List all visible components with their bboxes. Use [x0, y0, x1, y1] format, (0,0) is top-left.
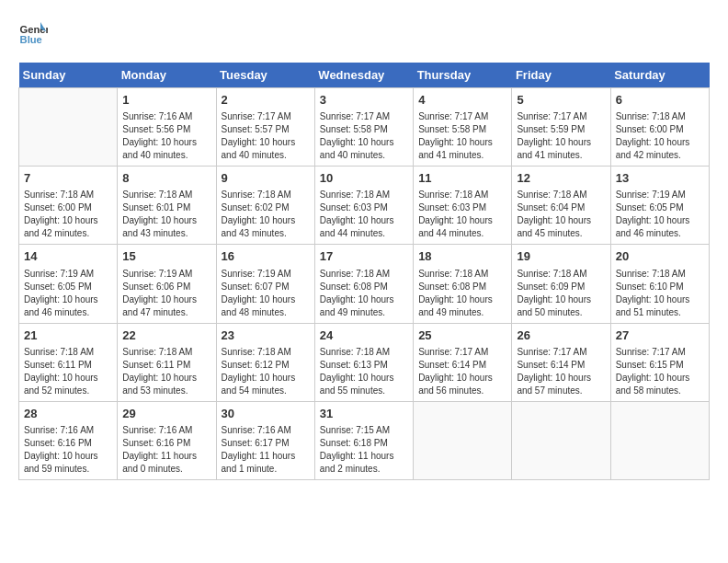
calendar-day-cell: 22Sunrise: 7:18 AM Sunset: 6:11 PM Dayli… [118, 323, 216, 401]
calendar-day-cell: 31Sunrise: 7:15 AM Sunset: 6:18 PM Dayli… [314, 401, 413, 479]
day-number: 5 [517, 92, 605, 109]
calendar-day-cell [414, 401, 512, 479]
day-number: 22 [122, 327, 210, 344]
day-number: 13 [616, 170, 704, 187]
day-number: 31 [320, 406, 408, 422]
calendar-day-cell: 8Sunrise: 7:18 AM Sunset: 6:01 PM Daylig… [118, 167, 216, 245]
day-number: 7 [24, 170, 112, 187]
day-number: 6 [616, 92, 704, 109]
day-info: Sunrise: 7:17 AM Sunset: 6:14 PM Dayligh… [418, 346, 506, 397]
day-info: Sunrise: 7:18 AM Sunset: 6:00 PM Dayligh… [24, 189, 112, 240]
day-number: 27 [616, 327, 704, 344]
calendar-day-cell: 9Sunrise: 7:18 AM Sunset: 6:02 PM Daylig… [216, 167, 314, 245]
calendar-week-row: 1Sunrise: 7:16 AM Sunset: 5:56 PM Daylig… [19, 88, 710, 167]
day-info: Sunrise: 7:18 AM Sunset: 6:13 PM Dayligh… [320, 346, 408, 397]
weekday-header: Wednesday [314, 63, 413, 88]
calendar-day-cell: 11Sunrise: 7:18 AM Sunset: 6:03 PM Dayli… [414, 167, 512, 245]
day-info: Sunrise: 7:16 AM Sunset: 6:17 PM Dayligh… [222, 424, 310, 476]
weekday-header: Thursday [414, 63, 512, 88]
day-info: Sunrise: 7:16 AM Sunset: 6:16 PM Dayligh… [122, 424, 210, 476]
day-number: 20 [616, 248, 704, 265]
day-number: 11 [418, 170, 506, 187]
day-number: 16 [222, 248, 310, 265]
day-info: Sunrise: 7:18 AM Sunset: 6:00 PM Dayligh… [616, 110, 704, 162]
calendar-day-cell: 10Sunrise: 7:18 AM Sunset: 6:03 PM Dayli… [314, 167, 413, 245]
calendar-day-cell: 25Sunrise: 7:17 AM Sunset: 6:14 PM Dayli… [414, 323, 512, 401]
day-info: Sunrise: 7:19 AM Sunset: 6:05 PM Dayligh… [24, 268, 112, 319]
calendar-day-cell [19, 88, 118, 167]
day-info: Sunrise: 7:18 AM Sunset: 6:01 PM Dayligh… [122, 189, 210, 240]
weekday-header: Sunday [19, 63, 118, 88]
calendar-header-row: SundayMondayTuesdayWednesdayThursdayFrid… [19, 63, 710, 88]
day-info: Sunrise: 7:19 AM Sunset: 6:06 PM Dayligh… [122, 268, 210, 319]
calendar-day-cell [610, 401, 709, 479]
weekday-header: Friday [512, 63, 610, 88]
calendar-day-cell: 30Sunrise: 7:16 AM Sunset: 6:17 PM Dayli… [216, 401, 314, 479]
day-info: Sunrise: 7:16 AM Sunset: 6:16 PM Dayligh… [24, 424, 112, 476]
day-info: Sunrise: 7:15 AM Sunset: 6:18 PM Dayligh… [320, 424, 408, 476]
day-number: 28 [24, 406, 112, 422]
calendar-day-cell: 6Sunrise: 7:18 AM Sunset: 6:00 PM Daylig… [610, 88, 709, 167]
day-info: Sunrise: 7:19 AM Sunset: 6:07 PM Dayligh… [222, 268, 310, 319]
day-number: 4 [418, 92, 506, 109]
calendar-day-cell: 27Sunrise: 7:17 AM Sunset: 6:15 PM Dayli… [610, 323, 709, 401]
day-number: 10 [320, 170, 408, 187]
day-info: Sunrise: 7:18 AM Sunset: 6:03 PM Dayligh… [320, 189, 408, 240]
calendar-day-cell: 12Sunrise: 7:18 AM Sunset: 6:04 PM Dayli… [512, 167, 610, 245]
calendar-day-cell: 21Sunrise: 7:18 AM Sunset: 6:11 PM Dayli… [19, 323, 118, 401]
day-number: 14 [24, 248, 112, 265]
day-number: 29 [122, 406, 210, 422]
day-info: Sunrise: 7:17 AM Sunset: 5:58 PM Dayligh… [418, 110, 506, 162]
calendar-day-cell: 1Sunrise: 7:16 AM Sunset: 5:56 PM Daylig… [118, 88, 216, 167]
day-number: 25 [418, 327, 506, 344]
page-header: General Blue [18, 18, 710, 48]
day-number: 9 [222, 170, 310, 187]
day-number: 12 [517, 170, 605, 187]
day-number: 19 [517, 248, 605, 265]
day-number: 17 [320, 248, 408, 265]
day-number: 8 [122, 170, 210, 187]
day-number: 2 [222, 92, 310, 109]
calendar-day-cell [512, 401, 610, 479]
day-info: Sunrise: 7:18 AM Sunset: 6:10 PM Dayligh… [616, 268, 704, 319]
calendar-week-row: 14Sunrise: 7:19 AM Sunset: 6:05 PM Dayli… [19, 245, 710, 323]
calendar-week-row: 28Sunrise: 7:16 AM Sunset: 6:16 PM Dayli… [19, 401, 710, 479]
day-number: 26 [517, 327, 605, 344]
day-info: Sunrise: 7:18 AM Sunset: 6:02 PM Dayligh… [222, 189, 310, 240]
calendar-day-cell: 15Sunrise: 7:19 AM Sunset: 6:06 PM Dayli… [118, 245, 216, 323]
calendar-week-row: 21Sunrise: 7:18 AM Sunset: 6:11 PM Dayli… [19, 323, 710, 401]
weekday-header: Saturday [610, 63, 709, 88]
day-info: Sunrise: 7:17 AM Sunset: 6:14 PM Dayligh… [517, 346, 605, 397]
calendar-day-cell: 2Sunrise: 7:17 AM Sunset: 5:57 PM Daylig… [216, 88, 314, 167]
day-info: Sunrise: 7:18 AM Sunset: 6:12 PM Dayligh… [222, 346, 310, 397]
calendar-day-cell: 5Sunrise: 7:17 AM Sunset: 5:59 PM Daylig… [512, 88, 610, 167]
calendar-day-cell: 23Sunrise: 7:18 AM Sunset: 6:12 PM Dayli… [216, 323, 314, 401]
calendar-day-cell: 4Sunrise: 7:17 AM Sunset: 5:58 PM Daylig… [414, 88, 512, 167]
calendar-day-cell: 26Sunrise: 7:17 AM Sunset: 6:14 PM Dayli… [512, 323, 610, 401]
day-number: 23 [222, 327, 310, 344]
calendar-table: SundayMondayTuesdayWednesdayThursdayFrid… [18, 63, 710, 480]
day-info: Sunrise: 7:18 AM Sunset: 6:11 PM Dayligh… [24, 346, 112, 397]
calendar-body: 1Sunrise: 7:16 AM Sunset: 5:56 PM Daylig… [19, 88, 710, 480]
calendar-day-cell: 29Sunrise: 7:16 AM Sunset: 6:16 PM Dayli… [118, 401, 216, 479]
calendar-day-cell: 16Sunrise: 7:19 AM Sunset: 6:07 PM Dayli… [216, 245, 314, 323]
day-info: Sunrise: 7:18 AM Sunset: 6:09 PM Dayligh… [517, 268, 605, 319]
day-number: 3 [320, 92, 408, 109]
day-info: Sunrise: 7:17 AM Sunset: 5:57 PM Dayligh… [222, 110, 310, 162]
calendar-day-cell: 20Sunrise: 7:18 AM Sunset: 6:10 PM Dayli… [610, 245, 709, 323]
calendar-day-cell: 14Sunrise: 7:19 AM Sunset: 6:05 PM Dayli… [19, 245, 118, 323]
day-info: Sunrise: 7:17 AM Sunset: 6:15 PM Dayligh… [616, 346, 704, 397]
weekday-header: Tuesday [216, 63, 314, 88]
svg-text:Blue: Blue [20, 34, 42, 45]
day-number: 30 [222, 406, 310, 422]
day-info: Sunrise: 7:18 AM Sunset: 6:03 PM Dayligh… [418, 189, 506, 240]
day-number: 21 [24, 327, 112, 344]
day-info: Sunrise: 7:16 AM Sunset: 5:56 PM Dayligh… [122, 110, 210, 162]
day-number: 1 [122, 92, 210, 109]
calendar-day-cell: 13Sunrise: 7:19 AM Sunset: 6:05 PM Dayli… [610, 167, 709, 245]
logo: General Blue [18, 18, 48, 48]
day-number: 15 [122, 248, 210, 265]
calendar-day-cell: 24Sunrise: 7:18 AM Sunset: 6:13 PM Dayli… [314, 323, 413, 401]
weekday-header: Monday [118, 63, 216, 88]
logo-icon: General Blue [18, 18, 48, 48]
